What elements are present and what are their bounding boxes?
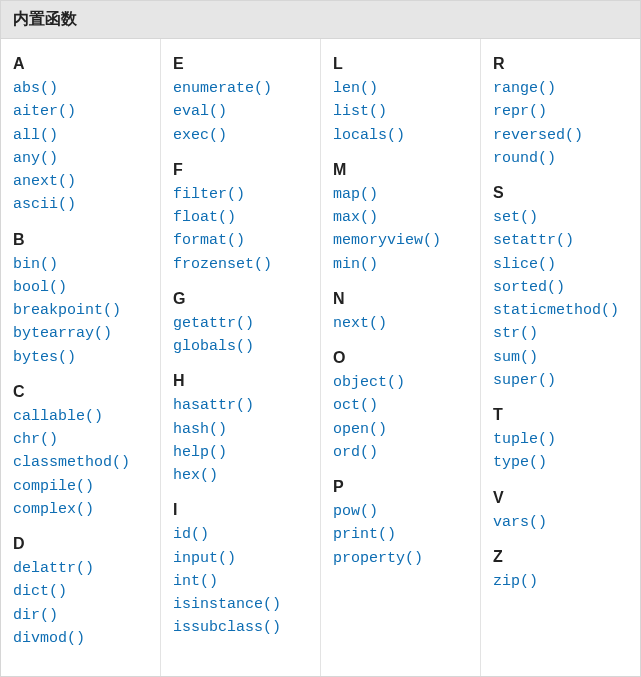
fn-link[interactable]: callable()	[13, 405, 148, 428]
fn-link[interactable]: type()	[493, 451, 628, 474]
letter-heading: M	[333, 161, 468, 179]
fn-link[interactable]: min()	[333, 253, 468, 276]
fn-link[interactable]: vars()	[493, 511, 628, 534]
group-O: O object() oct() open() ord()	[333, 349, 468, 464]
fn-link[interactable]: bytearray()	[13, 322, 148, 345]
fn-link[interactable]: isinstance()	[173, 593, 308, 616]
letter-heading: Z	[493, 548, 628, 566]
fn-link[interactable]: property()	[333, 547, 468, 570]
fn-link[interactable]: object()	[333, 371, 468, 394]
fn-link[interactable]: bool()	[13, 276, 148, 299]
fn-link[interactable]: set()	[493, 206, 628, 229]
fn-link[interactable]: memoryview()	[333, 229, 468, 252]
fn-link[interactable]: max()	[333, 206, 468, 229]
fn-link[interactable]: issubclass()	[173, 616, 308, 639]
fn-link[interactable]: super()	[493, 369, 628, 392]
fn-link[interactable]: chr()	[13, 428, 148, 451]
group-M: M map() max() memoryview() min()	[333, 161, 468, 276]
fn-link[interactable]: sorted()	[493, 276, 628, 299]
group-C: C callable() chr() classmethod() compile…	[13, 383, 148, 521]
fn-link[interactable]: hex()	[173, 464, 308, 487]
fn-link[interactable]: int()	[173, 570, 308, 593]
fn-link[interactable]: hasattr()	[173, 394, 308, 417]
fn-link[interactable]: delattr()	[13, 557, 148, 580]
fn-link[interactable]: abs()	[13, 77, 148, 100]
letter-heading: S	[493, 184, 628, 202]
group-Z: Z zip()	[493, 548, 628, 593]
fn-link[interactable]: frozenset()	[173, 253, 308, 276]
fn-link[interactable]: reversed()	[493, 124, 628, 147]
fn-link[interactable]: range()	[493, 77, 628, 100]
fn-link[interactable]: id()	[173, 523, 308, 546]
fn-link[interactable]: tuple()	[493, 428, 628, 451]
fn-link[interactable]: aiter()	[13, 100, 148, 123]
fn-link[interactable]: repr()	[493, 100, 628, 123]
fn-link[interactable]: pow()	[333, 500, 468, 523]
letter-heading: D	[13, 535, 148, 553]
fn-link[interactable]: help()	[173, 441, 308, 464]
fn-link[interactable]: map()	[333, 183, 468, 206]
fn-link[interactable]: globals()	[173, 335, 308, 358]
fn-link[interactable]: input()	[173, 547, 308, 570]
fn-link[interactable]: getattr()	[173, 312, 308, 335]
fn-link[interactable]: format()	[173, 229, 308, 252]
group-D: D delattr() dict() dir() divmod()	[13, 535, 148, 650]
fn-link[interactable]: next()	[333, 312, 468, 335]
group-I: I id() input() int() isinstance() issubc…	[173, 501, 308, 639]
fn-link[interactable]: breakpoint()	[13, 299, 148, 322]
fn-link[interactable]: oct()	[333, 394, 468, 417]
letter-heading: N	[333, 290, 468, 308]
group-B: B bin() bool() breakpoint() bytearray() …	[13, 231, 148, 369]
fn-link[interactable]: compile()	[13, 475, 148, 498]
fn-link[interactable]: ascii()	[13, 193, 148, 216]
fn-link[interactable]: round()	[493, 147, 628, 170]
fn-link[interactable]: hash()	[173, 418, 308, 441]
group-T: T tuple() type()	[493, 406, 628, 475]
fn-link[interactable]: setattr()	[493, 229, 628, 252]
fn-link[interactable]: divmod()	[13, 627, 148, 650]
fn-link[interactable]: dict()	[13, 580, 148, 603]
group-H: H hasattr() hash() help() hex()	[173, 372, 308, 487]
fn-link[interactable]: slice()	[493, 253, 628, 276]
letter-heading: O	[333, 349, 468, 367]
group-R: R range() repr() reversed() round()	[493, 55, 628, 170]
fn-link[interactable]: ord()	[333, 441, 468, 464]
group-L: L len() list() locals()	[333, 55, 468, 147]
fn-link[interactable]: dir()	[13, 604, 148, 627]
fn-link[interactable]: len()	[333, 77, 468, 100]
fn-link[interactable]: all()	[13, 124, 148, 147]
columns-container: A abs() aiter() all() any() anext() asci…	[1, 39, 640, 676]
fn-link[interactable]: str()	[493, 322, 628, 345]
fn-link[interactable]: open()	[333, 418, 468, 441]
fn-link[interactable]: any()	[13, 147, 148, 170]
fn-link[interactable]: locals()	[333, 124, 468, 147]
fn-link[interactable]: anext()	[13, 170, 148, 193]
fn-link[interactable]: bin()	[13, 253, 148, 276]
fn-link[interactable]: filter()	[173, 183, 308, 206]
group-A: A abs() aiter() all() any() anext() asci…	[13, 55, 148, 217]
group-F: F filter() float() format() frozenset()	[173, 161, 308, 276]
letter-heading: F	[173, 161, 308, 179]
fn-link[interactable]: print()	[333, 523, 468, 546]
fn-link[interactable]: staticmethod()	[493, 299, 628, 322]
letter-heading: H	[173, 372, 308, 390]
group-P: P pow() print() property()	[333, 478, 468, 570]
fn-link[interactable]: eval()	[173, 100, 308, 123]
letter-heading: G	[173, 290, 308, 308]
fn-link[interactable]: bytes()	[13, 346, 148, 369]
letter-heading: I	[173, 501, 308, 519]
column-1: E enumerate() eval() exec() F filter() f…	[161, 39, 321, 676]
fn-link[interactable]: float()	[173, 206, 308, 229]
fn-link[interactable]: enumerate()	[173, 77, 308, 100]
letter-heading: R	[493, 55, 628, 73]
group-S: S set() setattr() slice() sorted() stati…	[493, 184, 628, 392]
fn-link[interactable]: sum()	[493, 346, 628, 369]
fn-link[interactable]: complex()	[13, 498, 148, 521]
letter-heading: C	[13, 383, 148, 401]
letter-heading: V	[493, 489, 628, 507]
letter-heading: P	[333, 478, 468, 496]
fn-link[interactable]: list()	[333, 100, 468, 123]
fn-link[interactable]: zip()	[493, 570, 628, 593]
fn-link[interactable]: classmethod()	[13, 451, 148, 474]
fn-link[interactable]: exec()	[173, 124, 308, 147]
